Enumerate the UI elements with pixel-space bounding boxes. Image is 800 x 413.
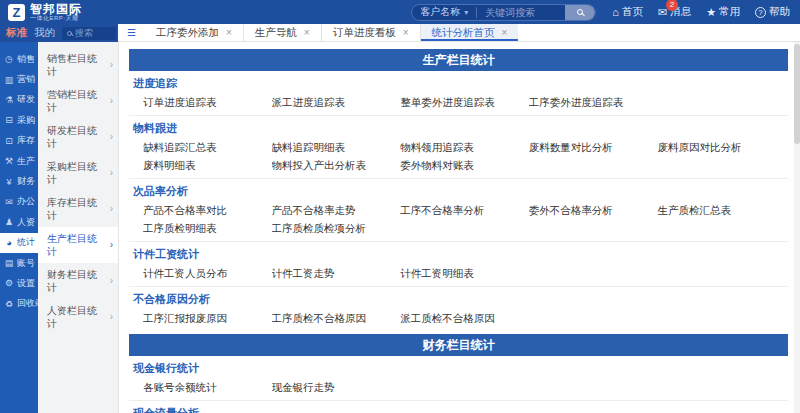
stats-menu-item[interactable]: 生产栏目统计	[38, 227, 118, 263]
report-link[interactable]: 整单委外进度追踪表	[400, 96, 529, 108]
page-tab-label: 统计分析首页	[432, 26, 495, 40]
stats-menu-item[interactable]: 财务栏目统计	[38, 263, 118, 299]
report-group-title[interactable]: 次品率分析	[133, 185, 786, 198]
stats-menu-item[interactable]: 人资栏目统计	[38, 299, 118, 335]
report-link[interactable]: 产品不合格率走势	[272, 204, 401, 216]
close-icon[interactable]	[304, 27, 310, 38]
module-item[interactable]: ◷ 销售	[0, 49, 38, 69]
module-item[interactable]: ¥ 财务	[0, 171, 38, 191]
keyword-search-input[interactable]	[477, 7, 565, 18]
module-label: 财务	[17, 175, 35, 188]
stats-menu-item[interactable]: 销售栏目统计	[38, 47, 118, 83]
report-link[interactable]: 废料数量对比分析	[529, 141, 658, 153]
topbar-nav-item[interactable]: ⌂ 首页	[612, 5, 643, 19]
report-links: 工序汇报报废原因 工序质检不合格原因 派工质检不合格原因	[133, 312, 786, 324]
report-group-title[interactable]: 进度追踪	[133, 77, 786, 90]
report-link[interactable]: 工序委外进度追踪表	[529, 96, 658, 108]
brand-name: 智邦国际	[30, 3, 82, 15]
report-link[interactable]: 缺料追踪明细表	[272, 141, 401, 153]
report-link[interactable]: 委外不合格率分析	[529, 204, 658, 216]
nav-label: 常用	[719, 5, 740, 19]
report-link[interactable]: 物料领用追踪表	[400, 141, 529, 153]
report-link[interactable]: 物料投入产出分析表	[272, 159, 401, 171]
search-button[interactable]	[565, 4, 595, 21]
stats-menu-label: 采购栏目统计	[47, 161, 97, 185]
report-link[interactable]: 各账号余额统计	[143, 381, 272, 393]
report-link[interactable]: 缺料追踪汇总表	[143, 141, 272, 153]
module-item[interactable]: ♻ 回收站	[0, 294, 38, 314]
report-links: 各账号余额统计 现金银行走势	[133, 381, 786, 393]
close-icon[interactable]	[403, 27, 409, 38]
module-item[interactable]: ⊟ 采购	[0, 110, 38, 130]
report-group-title[interactable]: 现金流量分析	[133, 407, 786, 413]
topbar-nav-item[interactable]: ? 帮助	[755, 5, 790, 19]
stats-menu-item[interactable]: 采购栏目统计	[38, 155, 118, 191]
page-tab[interactable]: 统计分析首页	[420, 24, 519, 41]
main-area: ◷ 销售 ▥ 营销 ⚗ 研发 ⊟ 采购 ⊡ 库存	[0, 42, 800, 413]
report-link[interactable]: 现金银行走势	[272, 381, 401, 393]
inventory-icon: ⊡	[4, 136, 14, 146]
report-links: 计件工资人员分布 计件工资走势 计件工资明细表	[133, 267, 786, 279]
workspace-mode-tab[interactable]: 我的	[34, 26, 55, 40]
topbar-nav-item[interactable]: ✉ 消息 2	[658, 5, 691, 19]
vertical-scrollbar[interactable]	[794, 42, 800, 413]
module-item[interactable]: ⚙ 设置	[0, 273, 38, 293]
report-link[interactable]: 工序质检质检项分析	[272, 222, 401, 234]
report-link[interactable]: 工序汇报报废原因	[143, 312, 272, 324]
report-link[interactable]: 废料原因对比分析	[657, 141, 786, 153]
report-link[interactable]: 工序不合格率分析	[400, 204, 529, 216]
menu-search-box[interactable]: 搜索	[62, 27, 116, 40]
workspace-mode-tab[interactable]: 标准	[6, 26, 27, 40]
stats-icon: ◕	[4, 238, 14, 248]
tab-list-icon[interactable]: ☰	[118, 24, 145, 41]
report-link[interactable]: 计件工资明细表	[400, 267, 529, 279]
report-link[interactable]: 废料明细表	[143, 159, 272, 171]
menu-search-placeholder: 搜索	[75, 27, 93, 40]
report-link[interactable]: 工序质检不合格原因	[272, 312, 401, 324]
report-group-title[interactable]: 物料跟进	[133, 122, 786, 135]
module-item[interactable]: ▥ 营销	[0, 69, 38, 89]
module-item[interactable]: ⚗ 研发	[0, 90, 38, 110]
report-group-title[interactable]: 现金银行统计	[133, 362, 786, 375]
page-tab[interactable]: 工序委外添加	[145, 24, 243, 41]
scrollbar-thumb[interactable]	[794, 44, 800, 144]
module-item[interactable]: ✉ 办公	[0, 192, 38, 212]
stats-menu-item[interactable]: 库存栏目统计	[38, 191, 118, 227]
message-icon: ✉	[658, 7, 667, 18]
message-count-badge: 2	[666, 0, 678, 11]
report-link[interactable]: 计件工资走势	[272, 267, 401, 279]
topbar-nav-item[interactable]: ★ 常用	[706, 5, 740, 19]
report-link[interactable]: 产品不合格率对比	[143, 204, 272, 216]
customer-type-dropdown[interactable]: 客户名称 ▾	[412, 5, 476, 19]
stats-menu: 销售栏目统计 营销栏目统计 研发栏目统计 采购栏目统计 库存栏目统计 生产栏目统…	[38, 42, 118, 413]
report-link[interactable]: 派工进度追踪表	[272, 96, 401, 108]
help-icon: ?	[755, 7, 766, 18]
report-link[interactable]: 订单进度追踪表	[143, 96, 272, 108]
report-group: 现金流量分析	[129, 400, 788, 413]
close-icon[interactable]	[502, 27, 508, 38]
report-group-title[interactable]: 不合格原因分析	[133, 293, 786, 306]
module-item[interactable]: ⊡ 库存	[0, 131, 38, 151]
report-link[interactable]: 派工质检不合格原因	[400, 312, 529, 324]
stats-menu-item[interactable]: 营销栏目统计	[38, 83, 118, 119]
page-tab[interactable]: 订单进度看板	[321, 24, 420, 41]
office-icon: ✉	[4, 197, 14, 207]
report-link[interactable]: 工序质检明细表	[143, 222, 272, 234]
report-link[interactable]: 委外物料对账表	[400, 159, 529, 171]
module-item[interactable]: ▤ 账号	[0, 253, 38, 273]
report-group-title[interactable]: 计件工资统计	[133, 248, 786, 261]
module-item[interactable]: ♟ 人资	[0, 212, 38, 232]
module-item[interactable]: ◕ 统计	[0, 233, 38, 253]
module-item[interactable]: ⚒ 生产	[0, 151, 38, 171]
search-icon	[67, 31, 72, 36]
module-label: 设置	[17, 277, 35, 290]
sales-icon: ◷	[4, 54, 14, 64]
page-tab[interactable]: 生产导航	[243, 24, 321, 41]
report-link[interactable]: 计件工资人员分布	[143, 267, 272, 279]
module-label: 统计	[17, 236, 35, 249]
stats-menu-label: 库存栏目统计	[47, 197, 97, 221]
report-link[interactable]: 生产质检汇总表	[657, 204, 786, 216]
stats-menu-item[interactable]: 研发栏目统计	[38, 119, 118, 155]
close-icon[interactable]	[226, 27, 232, 38]
brand-text: 智邦国际 一体化ERP·天耀	[30, 3, 82, 22]
